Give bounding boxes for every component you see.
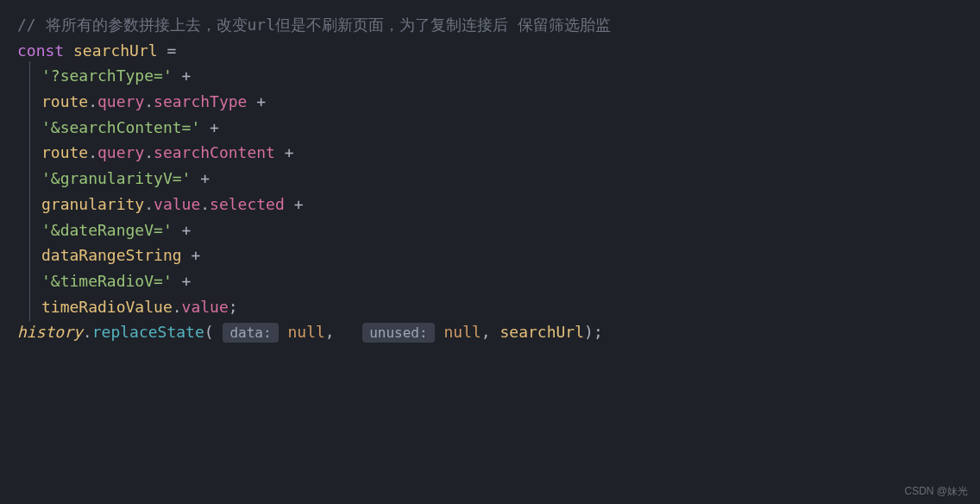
operator-eq: = xyxy=(158,41,177,60)
comment-text: // 将所有的参数拼接上去，改变url但是不刷新页面，为了复制连接后 保留筛选胎… xyxy=(17,16,611,34)
var-route: route xyxy=(41,92,88,110)
code-line-5: route.query.searchContent + xyxy=(17,140,963,166)
code-line-10: '&timeRadioV=' + xyxy=(17,268,963,294)
paren-open: ( xyxy=(204,323,214,341)
code-line-12: history.replaceState( data: null, unused… xyxy=(17,319,963,345)
code-line-11: timeRadioValue.value; xyxy=(17,294,963,320)
code-editor[interactable]: // 将所有的参数拼接上去，改变url但是不刷新页面，为了复制连接后 保留筛选胎… xyxy=(17,12,963,345)
string-granularityV: '&granularityV=' xyxy=(41,169,191,187)
semicolon: ; xyxy=(229,298,238,316)
operator-plus: + xyxy=(275,143,294,161)
code-line-comment: // 将所有的参数拼接上去，改变url但是不刷新页面，为了复制连接后 保留筛选胎… xyxy=(17,12,963,38)
string-dateRangeV: '&dateRangeV=' xyxy=(41,221,173,239)
var-granularity: granularity xyxy=(41,195,144,213)
operator-plus: + xyxy=(200,118,219,136)
prop-query: query xyxy=(97,92,144,110)
code-line-6: '&granularityV=' + xyxy=(17,166,963,192)
operator-plus: + xyxy=(173,66,192,85)
param-hint-unused: unused: xyxy=(362,323,434,343)
var-history: history xyxy=(17,323,83,341)
operator-plus: + xyxy=(285,195,304,213)
code-line-2: '?searchType=' + xyxy=(17,63,963,89)
paren-close: ); xyxy=(584,323,603,341)
prop-value: value xyxy=(154,195,200,213)
var-dataRangeString: dataRangeString xyxy=(41,246,182,264)
prop-searchContent: searchContent xyxy=(154,143,275,161)
null-literal: null xyxy=(287,323,324,341)
operator-plus: + xyxy=(191,169,210,187)
var-searchUrl: searchUrl xyxy=(73,41,158,60)
var-timeRadioValue: timeRadioValue xyxy=(41,298,173,316)
prop-query: query xyxy=(97,143,144,161)
code-line-7: granularity.value.selected + xyxy=(17,192,963,217)
code-line-8: '&dateRangeV=' + xyxy=(17,217,963,243)
prop-searchType: searchType xyxy=(154,92,247,110)
string-searchContent: '&searchContent=' xyxy=(41,118,200,136)
keyword-const: const xyxy=(17,41,64,60)
string-timeRadioV: '&timeRadioV=' xyxy=(41,272,173,290)
watermark: CSDN @妹光 xyxy=(904,483,968,501)
method-replaceState: replaceState xyxy=(92,323,204,341)
comma: , xyxy=(481,323,500,341)
code-line-4: '&searchContent=' + xyxy=(17,115,963,141)
code-line-3: route.query.searchType + xyxy=(17,89,963,115)
null-literal: null xyxy=(443,323,481,341)
operator-plus: + xyxy=(247,92,266,110)
prop-value: value xyxy=(182,298,229,316)
string-searchType: '?searchType=' xyxy=(41,66,173,85)
param-hint-data: data: xyxy=(223,323,278,343)
operator-plus: + xyxy=(182,246,201,264)
comma: , xyxy=(325,323,354,341)
prop-selected: selected xyxy=(210,195,285,213)
operator-plus: + xyxy=(173,272,192,290)
code-line-9: dataRangeString + xyxy=(17,243,963,268)
var-searchUrl-ref: searchUrl xyxy=(500,323,585,341)
code-line-1: const searchUrl = xyxy=(17,38,963,64)
var-route: route xyxy=(41,143,88,161)
operator-plus: + xyxy=(173,221,192,239)
